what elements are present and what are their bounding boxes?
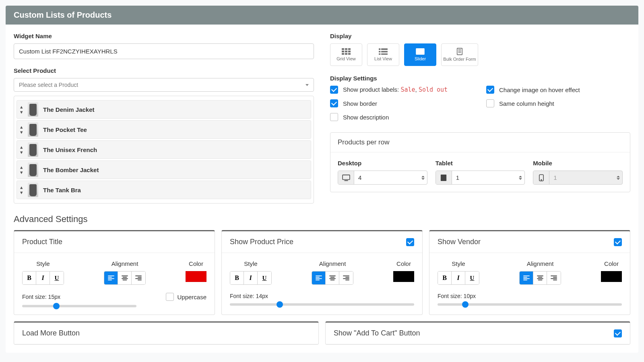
alignment-label: Alignment <box>104 260 146 267</box>
display-grid-button[interactable]: Grid View <box>330 43 362 66</box>
product-name: The Denim Jacket <box>43 106 95 113</box>
display-slider-button[interactable]: Slider <box>404 43 436 66</box>
tablet-label: Tablet <box>436 160 525 167</box>
list-item[interactable]: ▴▾ The Pocket Tee <box>17 120 311 139</box>
checkbox-same-height[interactable]: Same column height <box>486 99 630 107</box>
font-size-slider[interactable] <box>22 305 136 307</box>
mobile-label: Mobile <box>533 160 623 167</box>
svg-rect-17 <box>457 48 462 55</box>
color-swatch[interactable] <box>186 271 206 282</box>
svg-rect-14 <box>382 53 388 55</box>
align-center-button[interactable] <box>326 272 339 284</box>
align-right-button[interactable] <box>547 272 561 284</box>
list-item[interactable]: ▴▾ The Unisex French <box>17 140 311 159</box>
align-left-button[interactable] <box>104 272 118 284</box>
svg-rect-5 <box>348 51 350 52</box>
tablet-select[interactable]: 1 <box>436 171 525 185</box>
checkbox-show-labels[interactable]: Show product labels: Sale, Sold out <box>330 86 474 94</box>
align-center-button[interactable] <box>533 272 547 284</box>
slider-thumb[interactable] <box>277 301 283 308</box>
italic-button[interactable]: I <box>36 272 50 284</box>
align-right-button[interactable] <box>132 272 145 284</box>
checkbox-icon <box>166 293 174 301</box>
card-add-to-cart: Show "Add To Cart" Button <box>325 321 630 345</box>
select-product-placeholder: Please select a Product <box>19 82 78 88</box>
list-item[interactable]: ▴▾ The Denim Jacket <box>17 100 311 119</box>
italic-button[interactable]: I <box>452 272 465 284</box>
font-size-slider[interactable] <box>438 303 622 306</box>
tablet-icon <box>436 171 452 184</box>
svg-rect-21 <box>343 175 350 179</box>
svg-rect-1 <box>345 48 347 50</box>
drag-handle-icon[interactable]: ▴▾ <box>20 144 23 155</box>
stepper-icon <box>516 171 524 184</box>
stepper-icon <box>419 171 427 184</box>
align-left-button[interactable] <box>312 272 326 284</box>
card-title: Show "Add To Cart" Button <box>334 329 420 337</box>
slider-thumb[interactable] <box>53 303 60 309</box>
products-per-row-title: Products per row <box>330 133 630 152</box>
desktop-icon <box>338 171 354 184</box>
alignment-label: Alignment <box>519 260 561 267</box>
style-label: Style <box>438 260 479 267</box>
desktop-select[interactable]: 4 <box>338 171 427 185</box>
list-item[interactable]: ▴▾ The Bomber Jacket <box>17 160 311 179</box>
align-left-button[interactable] <box>520 272 533 284</box>
widget-name-input[interactable] <box>14 43 314 59</box>
svg-rect-12 <box>382 51 388 52</box>
color-label: Color <box>186 260 206 267</box>
chevron-down-icon <box>305 84 309 86</box>
widget-name-label: Widget Name <box>14 33 314 39</box>
display-list-button[interactable]: List View <box>367 43 399 66</box>
product-name: The Unisex French <box>43 146 97 153</box>
checkbox-change-hover[interactable]: Change image on hover effect <box>486 86 630 94</box>
bold-button[interactable]: B <box>230 272 244 284</box>
mobile-icon <box>533 171 549 184</box>
toggle-checkbox[interactable] <box>614 238 622 246</box>
product-name: The Tank Bra <box>43 187 81 193</box>
slider-thumb[interactable] <box>462 301 469 308</box>
svg-rect-6 <box>342 53 344 55</box>
alignment-label: Alignment <box>312 260 353 267</box>
checkbox-show-description[interactable]: Show description <box>330 113 474 121</box>
align-center-button[interactable] <box>118 272 132 284</box>
select-product-dropdown[interactable]: Please select a Product <box>14 78 314 92</box>
svg-rect-23 <box>441 175 446 181</box>
bold-button[interactable]: B <box>438 272 452 284</box>
underline-button[interactable]: U <box>258 272 271 284</box>
color-swatch[interactable] <box>601 271 622 282</box>
color-swatch[interactable] <box>393 271 414 282</box>
checkbox-show-border[interactable]: Show border <box>330 99 474 107</box>
underline-button[interactable]: U <box>50 272 64 284</box>
svg-rect-10 <box>382 49 388 50</box>
display-bulk-button[interactable]: Bulk Order Form <box>441 43 478 66</box>
product-thumb <box>28 102 38 117</box>
slider-icon <box>416 48 425 55</box>
font-size-slider[interactable] <box>230 303 414 306</box>
product-thumb <box>28 162 38 177</box>
select-product-label: Select Product <box>14 67 314 74</box>
bulk-order-icon <box>456 48 463 55</box>
list-item[interactable]: ▴▾ The Tank Bra <box>17 181 311 199</box>
svg-rect-8 <box>348 53 350 55</box>
color-label: Color <box>601 260 622 267</box>
underline-button[interactable]: U <box>465 272 479 284</box>
toggle-checkbox[interactable] <box>614 329 622 337</box>
card-product-title: Product Title Style B I U <box>14 230 215 315</box>
drag-handle-icon[interactable]: ▴▾ <box>20 165 23 175</box>
product-name: The Pocket Tee <box>43 126 87 133</box>
drag-handle-icon[interactable]: ▴▾ <box>20 185 23 195</box>
toggle-checkbox[interactable] <box>406 238 414 246</box>
align-right-button[interactable] <box>339 272 353 284</box>
product-thumb <box>28 122 38 137</box>
italic-button[interactable]: I <box>244 272 258 284</box>
card-title: Load More Button <box>22 329 80 337</box>
uppercase-checkbox[interactable]: Uppercase <box>166 293 206 301</box>
bold-button[interactable]: B <box>23 272 36 284</box>
display-settings-label: Display Settings <box>330 75 630 82</box>
drag-handle-icon[interactable]: ▴▾ <box>20 124 23 135</box>
card-vendor: Show Vendor Style B I U <box>429 230 630 315</box>
font-size-label: Font size: 14px <box>230 293 268 299</box>
drag-handle-icon[interactable]: ▴▾ <box>20 104 23 115</box>
list-icon <box>379 48 388 55</box>
